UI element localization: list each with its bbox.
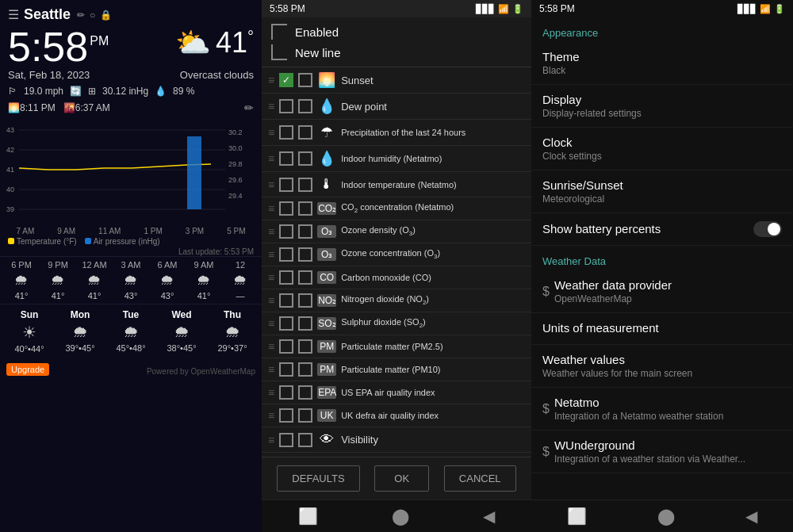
checkbox-empty[interactable] bbox=[298, 362, 312, 377]
checkbox-empty[interactable] bbox=[279, 99, 293, 113]
drag-handle[interactable]: ≡ bbox=[268, 225, 274, 238]
checkbox-empty[interactable] bbox=[298, 99, 312, 113]
chart-edit-icon[interactable]: ✏ bbox=[244, 101, 254, 114]
triangle-icon[interactable]: ◀ bbox=[745, 507, 757, 526]
checkbox-empty[interactable] bbox=[298, 151, 312, 166]
drag-handle[interactable]: ≡ bbox=[268, 271, 274, 284]
checkbox-empty[interactable] bbox=[298, 339, 312, 354]
item-label: Particulate matter (PM10) bbox=[341, 365, 525, 374]
checkbox-empty[interactable] bbox=[298, 201, 312, 216]
settings-item-theme[interactable]: Theme Black bbox=[531, 42, 793, 85]
list-item: ≡ ✓ 🌅 Sunset bbox=[262, 67, 531, 94]
checkbox-empty[interactable] bbox=[279, 247, 293, 262]
checkbox-empty[interactable] bbox=[298, 293, 312, 308]
cancel-button[interactable]: CANCEL bbox=[444, 465, 516, 492]
settings-item-sunrise[interactable]: Sunrise/Sunset Meteorological bbox=[531, 170, 793, 213]
triangle-icon[interactable]: ◀ bbox=[483, 507, 495, 526]
settings-sub-netatmo: Integration of a Netatmo weather station bbox=[554, 411, 782, 422]
checkbox-empty[interactable] bbox=[298, 178, 312, 192]
square-icon[interactable]: ⬜ bbox=[567, 507, 587, 526]
settings-item-weather-provider[interactable]: $ Weather data provider OpenWeatherMap bbox=[531, 270, 793, 313]
drag-handle[interactable]: ≡ bbox=[268, 434, 274, 446]
right-status-time: 5:58 PM bbox=[539, 3, 575, 14]
checkbox-checked[interactable]: ✓ bbox=[279, 73, 293, 87]
checkbox-empty[interactable] bbox=[298, 224, 312, 239]
checkbox-empty[interactable] bbox=[298, 408, 312, 423]
drag-handle[interactable]: ≡ bbox=[268, 363, 274, 376]
settings-item-clock[interactable]: Clock Clock settings bbox=[531, 128, 793, 170]
hamburger-icon[interactable]: ☰ bbox=[8, 7, 19, 22]
drag-handle[interactable]: ≡ bbox=[268, 178, 274, 191]
checkbox-empty[interactable] bbox=[279, 293, 293, 308]
item-label: Ozone concentration (O3) bbox=[341, 248, 525, 260]
svg-text:30.0: 30.0 bbox=[228, 144, 243, 152]
checkbox-empty[interactable] bbox=[279, 385, 293, 400]
date-row: Sat, Feb 18, 2023 Overcast clouds bbox=[0, 67, 262, 82]
settings-item-battery[interactable]: Show battery percents bbox=[531, 213, 793, 246]
checkbox-empty[interactable] bbox=[279, 339, 293, 354]
degree-symbol: ° bbox=[247, 28, 254, 45]
checkbox-empty[interactable] bbox=[279, 270, 293, 285]
settings-title-battery: Show battery percents bbox=[542, 222, 753, 235]
settings-sub-wunderground: Integration of a weather station via Wea… bbox=[554, 454, 782, 465]
item-icon: 💧 bbox=[317, 150, 336, 167]
drag-handle[interactable]: ≡ bbox=[268, 74, 274, 86]
drag-handle[interactable]: ≡ bbox=[268, 409, 274, 422]
drag-handle[interactable]: ≡ bbox=[268, 386, 274, 399]
settings-item-content: Netatmo Integration of a Netatmo weather… bbox=[554, 396, 782, 422]
checkbox-empty[interactable] bbox=[279, 151, 293, 166]
checkbox-empty[interactable] bbox=[279, 201, 293, 216]
settings-item-units[interactable]: Units of measurement bbox=[531, 313, 793, 345]
upgrade-button[interactable]: Upgrade bbox=[6, 363, 49, 376]
item-icon: PM bbox=[317, 340, 336, 353]
checkbox-empty[interactable] bbox=[279, 316, 293, 331]
checkbox-empty[interactable] bbox=[279, 125, 293, 140]
checkbox-empty[interactable] bbox=[298, 73, 312, 87]
battery-icon: 🔋 bbox=[774, 4, 785, 14]
list-item: ≡ NO₂ Nitrogen dioxide (NO2) bbox=[262, 289, 531, 312]
drag-handle[interactable]: ≡ bbox=[268, 126, 274, 139]
battery-toggle[interactable] bbox=[753, 221, 782, 237]
drag-handle[interactable]: ≡ bbox=[268, 152, 274, 165]
checkbox-empty[interactable] bbox=[298, 247, 312, 262]
checkbox-empty[interactable] bbox=[279, 433, 293, 447]
circle-icon[interactable]: ⬤ bbox=[392, 507, 409, 526]
checkbox-empty[interactable] bbox=[279, 362, 293, 377]
square-icon[interactable]: ⬜ bbox=[298, 507, 318, 526]
svg-text:29.6: 29.6 bbox=[228, 176, 243, 184]
checkbox-empty[interactable] bbox=[298, 385, 312, 400]
ok-button[interactable]: OK bbox=[374, 465, 429, 492]
drag-handle[interactable]: ≡ bbox=[268, 202, 274, 215]
alert-icon[interactable]: ○ bbox=[90, 10, 95, 21]
settings-item-wunderground[interactable]: $ WUnderground Integration of a weather … bbox=[531, 431, 793, 473]
settings-item-weather-values[interactable]: Weather values Weather values for the ma… bbox=[531, 345, 793, 388]
drag-handle[interactable]: ≡ bbox=[268, 248, 274, 261]
drag-handle[interactable]: ≡ bbox=[268, 294, 274, 307]
settings-item-netatmo[interactable]: $ Netatmo Integration of a Netatmo weath… bbox=[531, 388, 793, 431]
item-icon: CO bbox=[317, 271, 336, 284]
lock-icon[interactable]: 🔒 bbox=[100, 10, 112, 21]
checkbox-empty[interactable] bbox=[298, 270, 312, 285]
item-icon: O₃ bbox=[317, 248, 336, 261]
weather-icon-temp: ⛅ 41° bbox=[175, 26, 254, 59]
time-display: 5:58 bbox=[8, 26, 88, 67]
checkbox-empty[interactable] bbox=[279, 224, 293, 239]
settings-item-content: Weather values Weather values for the ma… bbox=[542, 353, 782, 379]
list-item: ≡ O₃ Ozone density (O3) bbox=[262, 220, 531, 243]
edit-icon[interactable]: ✏ bbox=[77, 10, 85, 21]
middle-status-bar: 5:58 PM ▊▊▊ 📶 🔋 bbox=[262, 0, 531, 17]
checkbox-empty[interactable] bbox=[298, 433, 312, 447]
settings-item-display[interactable]: Display Display-related settings bbox=[531, 85, 793, 128]
drag-handle[interactable]: ≡ bbox=[268, 317, 274, 330]
checkbox-empty[interactable] bbox=[298, 125, 312, 140]
day-item: Sun☀40°•44° bbox=[5, 309, 54, 354]
drag-handle[interactable]: ≡ bbox=[268, 340, 274, 353]
right-settings-list: Appearance Theme Black Display Display-r… bbox=[531, 17, 793, 499]
drag-handle[interactable]: ≡ bbox=[268, 100, 274, 113]
checkbox-empty[interactable] bbox=[279, 408, 293, 423]
checkbox-empty[interactable] bbox=[279, 178, 293, 192]
flag-icon: 🏳 bbox=[8, 86, 17, 97]
checkbox-empty[interactable] bbox=[298, 316, 312, 331]
defaults-button[interactable]: DEFAULTS bbox=[277, 465, 359, 492]
circle-icon[interactable]: ⬤ bbox=[657, 507, 675, 526]
